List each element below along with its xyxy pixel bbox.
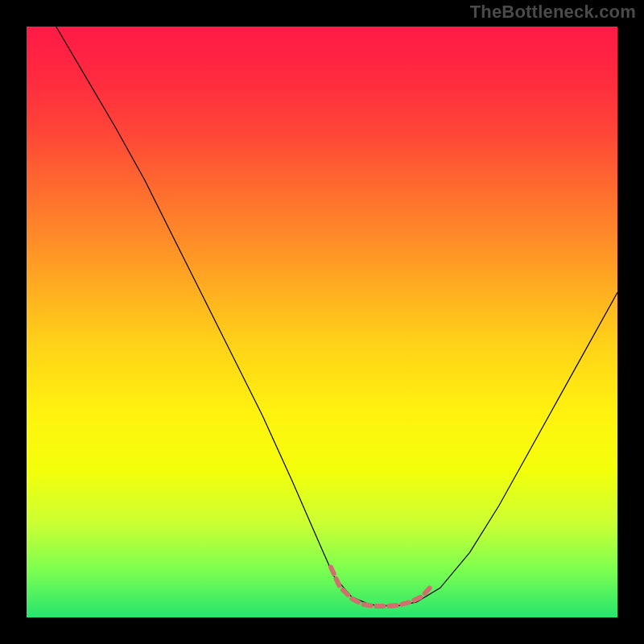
chart-svg xyxy=(27,27,617,617)
bottom-segment-line xyxy=(331,568,431,607)
watermark-text: TheBottleneck.com xyxy=(470,2,636,23)
curve-line xyxy=(56,27,617,605)
plot-background xyxy=(27,27,617,617)
chart-frame: TheBottleneck.com xyxy=(0,0,644,644)
